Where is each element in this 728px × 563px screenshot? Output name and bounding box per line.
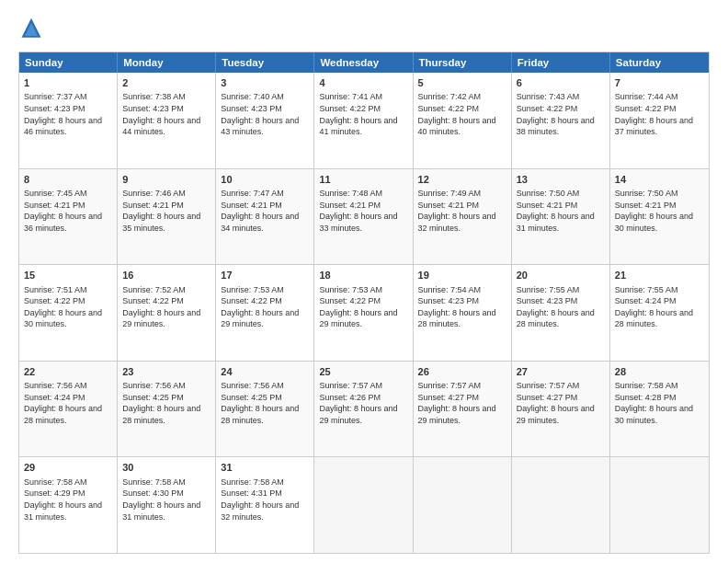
sunrise-text: Sunrise: 7:55 AM: [615, 285, 678, 294]
daylight-text: Daylight: 8 hours and 37 minutes.: [615, 116, 693, 137]
sunrise-text: Sunrise: 7:37 AM: [24, 92, 87, 101]
sunset-text: Sunset: 4:22 PM: [122, 296, 184, 305]
day-number: 30: [122, 461, 210, 475]
sunrise-text: Sunrise: 7:54 AM: [418, 285, 482, 294]
calendar-row: 8Sunrise: 7:45 AMSunset: 4:21 PMDaylight…: [19, 168, 709, 265]
sunrise-text: Sunrise: 7:56 AM: [221, 381, 284, 390]
calendar-cell: 9Sunrise: 7:46 AMSunset: 4:21 PMDaylight…: [118, 169, 216, 265]
sunset-text: Sunset: 4:31 PM: [221, 488, 282, 498]
calendar-cell: 6Sunrise: 7:43 AMSunset: 4:22 PMDaylight…: [512, 73, 610, 168]
day-number: 29: [24, 461, 112, 475]
calendar-cell: 4Sunrise: 7:41 AMSunset: 4:22 PMDaylight…: [314, 73, 413, 168]
daylight-text: Daylight: 8 hours and 28 minutes.: [418, 308, 496, 329]
day-number: 12: [418, 173, 506, 187]
daylight-text: Daylight: 8 hours and 29 minutes.: [418, 404, 496, 425]
calendar-row: 22Sunrise: 7:56 AMSunset: 4:24 PMDayligh…: [19, 361, 709, 457]
sunset-text: Sunset: 4:21 PM: [418, 201, 480, 210]
daylight-text: Daylight: 8 hours and 41 minutes.: [319, 116, 397, 137]
day-number: 7: [615, 76, 704, 90]
day-number: 24: [221, 365, 309, 379]
calendar-body: 1Sunrise: 7:37 AMSunset: 4:23 PMDaylight…: [19, 73, 709, 553]
day-number: 15: [24, 269, 112, 282]
calendar-cell: 25Sunrise: 7:57 AMSunset: 4:26 PMDayligh…: [314, 362, 413, 457]
sunset-text: Sunset: 4:25 PM: [221, 393, 282, 402]
daylight-text: Daylight: 8 hours and 31 minutes.: [122, 500, 200, 522]
calendar-cell: 26Sunrise: 7:57 AMSunset: 4:27 PMDayligh…: [414, 362, 512, 457]
sunrise-text: Sunrise: 7:57 AM: [418, 381, 482, 390]
sunrise-text: Sunrise: 7:38 AM: [122, 92, 186, 101]
sunset-text: Sunset: 4:23 PM: [122, 104, 184, 113]
sunset-text: Sunset: 4:25 PM: [122, 393, 184, 402]
day-number: 21: [615, 269, 704, 282]
sunrise-text: Sunrise: 7:56 AM: [24, 381, 87, 390]
calendar-cell: 22Sunrise: 7:56 AMSunset: 4:24 PMDayligh…: [19, 362, 118, 457]
sunrise-text: Sunrise: 7:49 AM: [418, 189, 482, 198]
calendar-cell: 5Sunrise: 7:42 AMSunset: 4:22 PMDaylight…: [414, 73, 512, 168]
daylight-text: Daylight: 8 hours and 34 minutes.: [221, 212, 299, 233]
sunrise-text: Sunrise: 7:42 AM: [418, 92, 482, 101]
logo-icon: [18, 17, 44, 42]
daylight-text: Daylight: 8 hours and 28 minutes.: [24, 404, 102, 425]
calendar-cell: 14Sunrise: 7:50 AMSunset: 4:21 PMDayligh…: [610, 169, 709, 265]
daylight-text: Daylight: 8 hours and 36 minutes.: [24, 212, 102, 233]
daylight-text: Daylight: 8 hours and 28 minutes.: [221, 404, 299, 425]
daylight-text: Daylight: 8 hours and 44 minutes.: [122, 116, 200, 137]
daylight-text: Daylight: 8 hours and 33 minutes.: [319, 212, 397, 233]
sunset-text: Sunset: 4:22 PM: [319, 104, 381, 113]
day-number: 9: [122, 173, 210, 187]
sunrise-text: Sunrise: 7:50 AM: [615, 189, 678, 198]
sunrise-text: Sunrise: 7:56 AM: [122, 381, 186, 390]
weekday-header: Wednesday: [314, 52, 413, 73]
sunrise-text: Sunrise: 7:58 AM: [24, 477, 87, 487]
calendar-cell: 10Sunrise: 7:47 AMSunset: 4:21 PMDayligh…: [216, 169, 314, 265]
calendar-cell: [414, 457, 512, 553]
header: [18, 17, 710, 42]
sunset-text: Sunset: 4:22 PM: [319, 296, 381, 305]
calendar-cell: 15Sunrise: 7:51 AMSunset: 4:22 PMDayligh…: [19, 265, 118, 361]
day-number: 18: [319, 269, 407, 282]
day-number: 4: [319, 76, 407, 90]
day-number: 3: [221, 76, 309, 90]
sunset-text: Sunset: 4:22 PM: [517, 104, 578, 113]
daylight-text: Daylight: 8 hours and 28 minutes.: [122, 404, 200, 425]
daylight-text: Daylight: 8 hours and 28 minutes.: [615, 308, 693, 329]
sunset-text: Sunset: 4:21 PM: [319, 201, 381, 210]
sunset-text: Sunset: 4:21 PM: [517, 201, 578, 210]
daylight-text: Daylight: 8 hours and 38 minutes.: [517, 116, 595, 137]
calendar-cell: 7Sunrise: 7:44 AMSunset: 4:22 PMDaylight…: [610, 73, 709, 168]
sunset-text: Sunset: 4:23 PM: [221, 104, 282, 113]
sunset-text: Sunset: 4:23 PM: [418, 296, 480, 305]
sunset-text: Sunset: 4:22 PM: [221, 296, 282, 305]
daylight-text: Daylight: 8 hours and 30 minutes.: [24, 308, 102, 329]
sunrise-text: Sunrise: 7:52 AM: [122, 285, 186, 294]
sunrise-text: Sunrise: 7:45 AM: [24, 189, 87, 198]
sunrise-text: Sunrise: 7:50 AM: [517, 189, 580, 198]
day-number: 28: [615, 365, 704, 379]
page: SundayMondayTuesdayWednesdayThursdayFrid…: [0, 0, 728, 563]
day-number: 22: [24, 365, 112, 379]
calendar-cell: [610, 457, 709, 553]
day-number: 1: [24, 76, 112, 90]
calendar-cell: 31Sunrise: 7:58 AMSunset: 4:31 PMDayligh…: [216, 457, 314, 553]
calendar-cell: 8Sunrise: 7:45 AMSunset: 4:21 PMDaylight…: [19, 169, 118, 265]
calendar-cell: [512, 457, 610, 553]
calendar-cell: 28Sunrise: 7:58 AMSunset: 4:28 PMDayligh…: [610, 362, 709, 457]
sunrise-text: Sunrise: 7:55 AM: [517, 285, 580, 294]
day-number: 10: [221, 173, 309, 187]
weekday-header: Sunday: [19, 52, 118, 73]
logo: [18, 17, 48, 42]
calendar-cell: 13Sunrise: 7:50 AMSunset: 4:21 PMDayligh…: [512, 169, 610, 265]
sunrise-text: Sunrise: 7:47 AM: [221, 189, 284, 198]
weekday-header: Saturday: [610, 52, 709, 73]
daylight-text: Daylight: 8 hours and 29 minutes.: [221, 308, 299, 329]
daylight-text: Daylight: 8 hours and 29 minutes.: [319, 404, 397, 425]
daylight-text: Daylight: 8 hours and 30 minutes.: [615, 212, 693, 233]
daylight-text: Daylight: 8 hours and 32 minutes.: [221, 500, 299, 522]
day-number: 23: [122, 365, 210, 379]
calendar: SundayMondayTuesdayWednesdayThursdayFrid…: [18, 52, 710, 554]
sunset-text: Sunset: 4:21 PM: [24, 201, 85, 210]
calendar-cell: 27Sunrise: 7:57 AMSunset: 4:27 PMDayligh…: [512, 362, 610, 457]
daylight-text: Daylight: 8 hours and 35 minutes.: [122, 212, 200, 233]
day-number: 14: [615, 173, 704, 187]
sunrise-text: Sunrise: 7:53 AM: [221, 285, 284, 294]
